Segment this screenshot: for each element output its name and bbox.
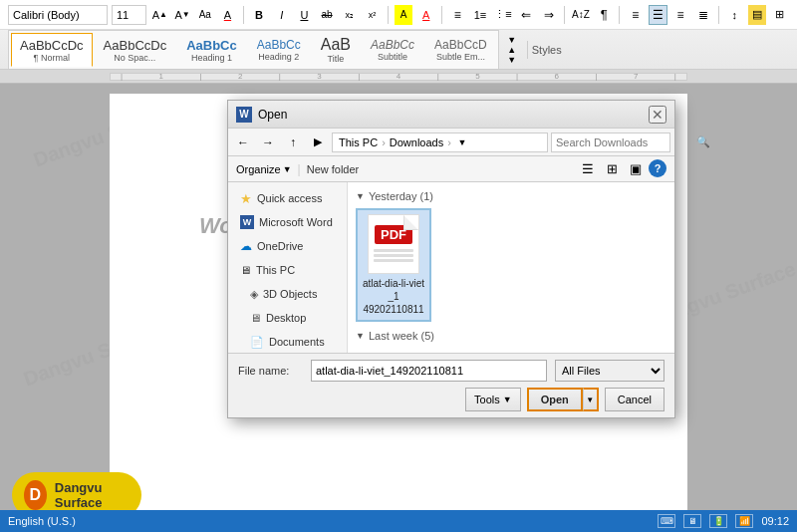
font-name-input[interactable]: [8, 5, 108, 25]
file-item-pdf[interactable]: PDF atlat-dia-li-viet_149202110811: [356, 208, 431, 322]
sidebar-label-3d-objects: 3D Objects: [263, 288, 317, 300]
style-no-space-button[interactable]: AaBbCcDc No Spac...: [95, 33, 176, 67]
breadcrumb-sep1: ›: [382, 136, 386, 148]
group-lastweek-toggle[interactable]: ▼: [356, 331, 365, 341]
sidebar-label-quick-access: Quick access: [257, 192, 322, 204]
group-lastweek-label: Last week (5): [369, 330, 434, 342]
status-bar: English (U.S.) ⌨ 🖥 🔋 📶 09:12: [0, 510, 797, 532]
view-preview-button[interactable]: ▣: [625, 159, 647, 179]
help-button[interactable]: ?: [649, 159, 666, 177]
organize-button[interactable]: Organize ▼: [236, 163, 292, 175]
highlight-button[interactable]: A: [395, 5, 413, 25]
styles-section: AaBbCcDc ¶ Normal AaBbCcDc No Spac... Aa…: [8, 30, 499, 70]
show-para-button[interactable]: ¶: [595, 5, 614, 25]
multi-level-button[interactable]: ⋮≡: [493, 5, 512, 25]
tools-dropdown-icon: ▼: [503, 395, 512, 404]
decrease-font-button[interactable]: A▼: [173, 5, 192, 25]
filetype-select[interactable]: All Files: [555, 360, 664, 382]
desktop-icon: 🖥: [250, 312, 261, 324]
sidebar-item-3d-objects[interactable]: ◈ 3D Objects: [228, 282, 347, 306]
line-spacing-button[interactable]: ↕: [725, 5, 744, 25]
dialog-close-button[interactable]: ✕: [649, 106, 666, 124]
breadcrumb-this-pc[interactable]: This PC: [339, 136, 378, 148]
styles-more-button[interactable]: ▼▲▼: [501, 30, 523, 70]
sidebar-label-desktop: Desktop: [266, 312, 306, 324]
font-size-input[interactable]: [112, 5, 146, 25]
view-detail-button[interactable]: ⊞: [601, 159, 623, 179]
dialog-files-area: ▼ Yesterday (1) PDF atlat-di: [348, 182, 674, 353]
bullets-button[interactable]: ≡: [448, 5, 467, 25]
numbering-button[interactable]: 1≡: [471, 5, 490, 25]
align-left-button[interactable]: ≡: [626, 5, 645, 25]
dialog-title-left: W Open: [236, 107, 287, 123]
open-button[interactable]: Open: [527, 388, 583, 411]
back-button[interactable]: ←: [232, 133, 254, 152]
group-yesterday-toggle[interactable]: ▼: [356, 191, 365, 201]
justify-button[interactable]: ≣: [693, 5, 712, 25]
logo-initial: D: [30, 486, 42, 504]
tools-button[interactable]: Tools ▼: [465, 388, 521, 411]
align-center-button[interactable]: ☰: [649, 5, 667, 25]
filename-input[interactable]: [311, 360, 547, 382]
breadcrumb-dropdown[interactable]: ▼: [455, 135, 469, 149]
separator4: [564, 6, 565, 24]
sidebar-item-onedrive[interactable]: ☁ OneDrive: [228, 234, 347, 258]
italic-button[interactable]: I: [272, 5, 291, 25]
superscript-button[interactable]: x²: [363, 5, 382, 25]
increase-font-button[interactable]: A▲: [150, 5, 169, 25]
group-lastweek-header: ▼ Last week (5): [356, 326, 666, 344]
status-keyboard-icon: ⌨: [658, 514, 675, 528]
sidebar-item-microsoft-word[interactable]: W Microsoft Word: [228, 210, 347, 234]
decrease-indent-button[interactable]: ⇐: [517, 5, 536, 25]
browse-button[interactable]: ▶: [307, 133, 329, 152]
border-button[interactable]: ⊞: [770, 5, 789, 25]
yesterday-files-grid: PDF atlat-dia-li-viet_149202110811: [356, 204, 666, 326]
up-button[interactable]: ↑: [282, 133, 304, 152]
view-list-button[interactable]: ☰: [577, 159, 599, 179]
word-toolbar: A▲ A▼ Aa A B I U ab x₂ x² A A ≡ 1≡ ⋮≡ ⇐ …: [0, 0, 797, 70]
pdf-badge: PDF: [375, 225, 412, 244]
sidebar-item-this-pc[interactable]: 🖥 This PC: [228, 258, 347, 282]
style-emph-button[interactable]: AaBbCcD Subtle Em...: [425, 33, 496, 67]
style-heading2-button[interactable]: AaBbCc Heading 2: [248, 33, 310, 67]
change-case-button[interactable]: Aa: [195, 5, 214, 25]
underline-button[interactable]: U: [295, 5, 314, 25]
sidebar-label-microsoft-word: Microsoft Word: [259, 216, 333, 228]
increase-indent-button[interactable]: ⇒: [539, 5, 558, 25]
pdf-file-icon: PDF: [368, 214, 419, 274]
new-folder-button[interactable]: New folder: [307, 163, 360, 175]
onedrive-icon: ☁: [240, 239, 252, 253]
3d-objects-icon: ◈: [250, 288, 258, 301]
sidebar-item-documents[interactable]: 📄 Documents: [228, 330, 347, 353]
sidebar-item-desktop[interactable]: 🖥 Desktop: [228, 306, 347, 330]
breadcrumb-downloads[interactable]: Downloads: [390, 136, 443, 148]
status-right: ⌨ 🖥 🔋 📶 09:12: [658, 514, 789, 528]
clear-format-button[interactable]: A: [218, 5, 237, 25]
font-color-button[interactable]: A: [416, 5, 435, 25]
style-normal-button[interactable]: AaBbCcDc ¶ Normal: [11, 33, 93, 67]
breadcrumb-sep2: ›: [447, 136, 451, 148]
open-dropdown-button[interactable]: ▼: [583, 388, 599, 411]
cancel-button[interactable]: Cancel: [605, 388, 664, 411]
open-button-group: Open ▼: [527, 388, 599, 411]
dialog-body: ★ Quick access W Microsoft Word ☁ OneDri…: [228, 182, 674, 353]
search-input[interactable]: [556, 136, 693, 148]
strikethrough-button[interactable]: ab: [318, 5, 337, 25]
ruler: |1|2|3|4|5|6|7|: [0, 70, 797, 84]
documents-icon: 📄: [250, 336, 264, 349]
group-yesterday-label: Yesterday (1): [369, 190, 433, 202]
separator7: [527, 41, 528, 59]
subscript-button[interactable]: x₂: [340, 5, 359, 25]
sidebar-item-quick-access[interactable]: ★ Quick access: [228, 186, 347, 210]
style-title-button[interactable]: AaB Title: [312, 33, 360, 67]
align-right-button[interactable]: ≡: [671, 5, 690, 25]
pdf-lines: [374, 247, 413, 264]
style-subtitle-button[interactable]: AaBbCc Subtitle: [362, 33, 423, 67]
style-heading1-button[interactable]: AaBbCc Heading 1: [177, 33, 246, 67]
sort-button[interactable]: A↕Z: [571, 5, 591, 25]
search-bar: 🔍: [551, 133, 670, 152]
forward-button[interactable]: →: [257, 133, 279, 152]
search-icon: 🔍: [696, 135, 710, 148]
bold-button[interactable]: B: [250, 5, 269, 25]
shading-button[interactable]: ▤: [748, 5, 767, 25]
